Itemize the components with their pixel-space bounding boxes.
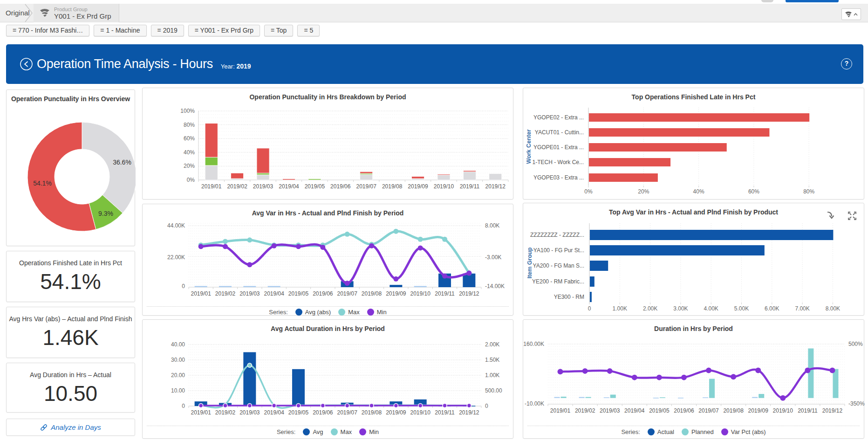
data-point[interactable] <box>656 375 662 380</box>
bar[interactable] <box>243 286 256 287</box>
stacked-bar-segment[interactable] <box>412 179 424 180</box>
data-point[interactable] <box>321 404 325 408</box>
analyze-in-days-link[interactable]: Analyze in Days <box>7 419 135 435</box>
stacked-bar-segment[interactable] <box>257 148 269 173</box>
bar[interactable] <box>590 292 592 302</box>
bar[interactable] <box>589 128 769 137</box>
bar[interactable] <box>590 261 608 271</box>
filter-chip[interactable]: = 770 - Infor M3 Fashi… <box>6 25 89 36</box>
stacked-bar-segment[interactable] <box>412 177 424 179</box>
bar[interactable] <box>589 158 670 166</box>
stacked-bar-segment[interactable] <box>463 172 476 180</box>
filter-chip[interactable]: = 1 - Machine <box>94 25 146 36</box>
data-point[interactable] <box>247 262 252 267</box>
data-point[interactable] <box>829 367 835 373</box>
bar[interactable] <box>833 369 838 398</box>
data-point[interactable] <box>223 239 228 244</box>
data-point[interactable] <box>443 404 447 408</box>
data-point[interactable] <box>394 404 398 408</box>
help-button[interactable]: ? <box>841 58 852 69</box>
data-point[interactable] <box>731 374 736 379</box>
stacked-bar-segment[interactable] <box>463 171 476 172</box>
data-point[interactable] <box>320 245 325 250</box>
legend-item[interactable]: Max <box>338 309 360 316</box>
bar[interactable] <box>414 286 427 287</box>
stacked-bar-segment[interactable] <box>231 179 244 180</box>
dashboard-header-collapse-button[interactable] <box>841 8 861 20</box>
bar[interactable] <box>589 143 727 152</box>
bar[interactable] <box>554 397 560 398</box>
bar[interactable] <box>390 285 402 287</box>
data-point[interactable] <box>198 244 204 249</box>
active-dashboard-tab[interactable]: Product Group Y001 - Ex Prd Grp <box>34 4 119 22</box>
bar[interactable] <box>589 113 809 122</box>
bar[interactable] <box>579 397 585 398</box>
data-point[interactable] <box>345 232 350 237</box>
data-point[interactable] <box>418 245 423 250</box>
legend-item[interactable]: Avg <box>303 428 323 435</box>
stacked-bar-segment[interactable] <box>231 173 244 179</box>
data-point[interactable] <box>466 270 472 276</box>
bar[interactable] <box>808 348 813 398</box>
data-point[interactable] <box>247 363 252 367</box>
data-point[interactable] <box>706 367 711 373</box>
data-point[interactable] <box>442 237 447 242</box>
bar[interactable] <box>243 352 256 407</box>
filter-chip[interactable]: = 5 <box>297 25 320 36</box>
stacked-bar-segment[interactable] <box>308 179 321 180</box>
data-point[interactable] <box>805 367 810 373</box>
data-point[interactable] <box>345 404 349 408</box>
bar[interactable] <box>709 379 715 398</box>
data-point[interactable] <box>558 369 563 374</box>
legend-item[interactable]: Min <box>367 309 387 316</box>
bar[interactable] <box>292 369 305 406</box>
legend-item[interactable]: Avg (abs) <box>295 309 331 316</box>
data-point[interactable] <box>247 404 252 408</box>
filter-chip[interactable]: = Y001 - Ex Prd Grp <box>188 25 260 36</box>
data-point[interactable] <box>418 237 423 242</box>
stacked-bar-segment[interactable] <box>437 175 450 180</box>
data-point[interactable] <box>632 375 637 380</box>
data-point[interactable] <box>296 404 301 408</box>
stacked-bar-segment[interactable] <box>257 173 269 175</box>
data-point[interactable] <box>582 368 588 374</box>
data-point[interactable] <box>223 404 227 408</box>
data-point[interactable] <box>393 229 398 234</box>
stacked-bar-segment[interactable] <box>205 157 218 165</box>
bar[interactable] <box>219 286 232 287</box>
data-point[interactable] <box>247 237 252 242</box>
back-button[interactable] <box>20 58 33 70</box>
data-point[interactable] <box>296 244 301 249</box>
bar[interactable] <box>586 397 591 398</box>
filter-chip[interactable]: = 2019 <box>151 25 184 36</box>
data-point[interactable] <box>199 404 203 408</box>
bar[interactable] <box>610 395 616 398</box>
bar[interactable] <box>653 398 659 399</box>
data-point[interactable] <box>681 375 687 380</box>
bar[interactable] <box>195 286 207 287</box>
bar[interactable] <box>703 397 708 398</box>
legend-item[interactable]: Var Pct (abs) <box>721 428 766 435</box>
bar[interactable] <box>268 286 280 287</box>
legend-item[interactable]: Actual <box>648 428 674 435</box>
bar[interactable] <box>604 397 609 398</box>
data-point[interactable] <box>223 244 228 249</box>
data-point[interactable] <box>345 281 350 286</box>
data-point[interactable] <box>442 274 447 279</box>
stacked-bar-segment[interactable] <box>257 175 269 180</box>
data-point[interactable] <box>780 395 786 401</box>
data-point[interactable] <box>418 404 423 408</box>
filter-chip[interactable]: = Top <box>264 25 293 36</box>
stacked-bar-segment[interactable] <box>360 172 373 173</box>
stacked-bar-segment[interactable] <box>205 165 218 180</box>
stacked-bar-segment[interactable] <box>360 174 373 180</box>
data-point[interactable] <box>369 404 374 408</box>
bar[interactable] <box>752 397 758 398</box>
stacked-bar-segment[interactable] <box>489 174 502 180</box>
data-point[interactable] <box>467 404 471 408</box>
stacked-bar-segment[interactable] <box>282 179 295 180</box>
bar[interactable] <box>561 397 567 398</box>
bar[interactable] <box>590 276 595 287</box>
data-point[interactable] <box>272 243 277 248</box>
legend-item[interactable]: Planned <box>682 428 714 435</box>
